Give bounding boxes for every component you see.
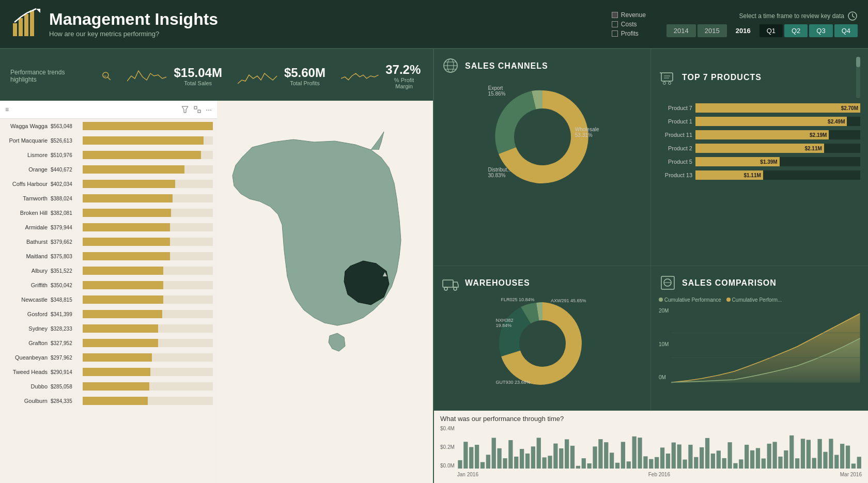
legend-revenue-box: [612, 12, 618, 18]
year-2015-button[interactable]: 2015: [698, 24, 727, 37]
table-row: Maitland $375,803: [0, 249, 217, 263]
table-row: Newcastle $348,815: [0, 292, 217, 307]
top-products-header: TOP 7 PRODUCTS: [659, 57, 860, 98]
svg-point-26: [454, 287, 457, 290]
product-bar-fill: $1.39M: [695, 157, 780, 166]
svg-point-18: [514, 108, 571, 165]
perf-time-title: What was our performance through time?: [440, 415, 862, 423]
warehouses-donut: AXW291 45.65% NXH38219.84% FLR025 10.84%…: [496, 297, 589, 390]
bar-background: [83, 281, 213, 289]
product-name: Product 5: [659, 159, 692, 165]
time-bar: [772, 442, 777, 469]
city-value: $327,952: [51, 340, 83, 346]
table-row: Orange $440,672: [0, 162, 217, 177]
time-bar: [626, 461, 630, 469]
time-bar: [851, 463, 856, 469]
time-bar: [481, 462, 485, 469]
time-bar: [840, 444, 844, 469]
bar-background: [83, 165, 213, 174]
time-bar: [475, 445, 479, 469]
title-group: Management Insights How are our key metr…: [49, 10, 612, 37]
time-bar: [733, 463, 737, 469]
bar-time-chart-svg: [457, 426, 862, 469]
bar-background: [83, 136, 213, 145]
city-name: Dubbo: [4, 383, 51, 389]
kpi-margin-value: 37.2%: [385, 63, 423, 77]
warehouses-section: WAREHOUSES: [434, 266, 651, 410]
expand-icon[interactable]: [193, 105, 202, 114]
bar-fill: [83, 194, 173, 202]
legend-revenue-label: Revenue: [621, 11, 646, 19]
time-bar: [491, 438, 495, 469]
q3-button[interactable]: Q3: [809, 24, 832, 37]
table-row: Griffith $350,042: [0, 278, 217, 292]
search-icon[interactable]: w: [101, 69, 112, 83]
table-row: Bathurst $379,662: [0, 235, 217, 249]
nxh382-label: NXH38219.84%: [496, 318, 514, 328]
distributor-label: Distribut... 30.83%: [488, 167, 512, 178]
city-value: $379,944: [51, 225, 83, 230]
q4-button[interactable]: Q4: [834, 24, 858, 37]
bar-chart-scroll[interactable]: Wagga Wagga $563,048 Port Macquarie $526…: [0, 119, 217, 483]
bar-background: [83, 122, 213, 130]
time-bar: [581, 458, 585, 469]
product-bar-fill: $2.19M: [695, 130, 829, 139]
comparison-icon: [659, 274, 677, 292]
svg-rect-2: [24, 14, 28, 36]
legend-profits: Profits: [612, 30, 646, 37]
sparkline-profits: [238, 66, 279, 86]
time-bar: [666, 454, 670, 469]
bar-fill: [83, 122, 213, 130]
time-bar: [823, 452, 827, 469]
bar-fill: [83, 295, 163, 304]
time-bar: [756, 448, 760, 469]
year-2016-button[interactable]: 2016: [729, 24, 758, 37]
more-icon[interactable]: ···: [206, 105, 212, 114]
time-bar: [508, 440, 513, 469]
legend-costs-label: Costs: [621, 21, 637, 28]
kpi-margin-text: 37.2% % Profit Margin: [385, 63, 423, 89]
svg-rect-19: [661, 73, 673, 81]
city-value: $382,081: [51, 210, 83, 216]
city-name: Wagga Wagga: [4, 123, 51, 129]
q1-button[interactable]: Q1: [760, 24, 783, 37]
bar-background: [83, 151, 213, 159]
city-value: $348,815: [51, 297, 83, 303]
wholesale-label: Wholesale 53.31%: [575, 127, 599, 138]
city-name: Queanbeyan: [4, 354, 51, 361]
timeframe-label: Select a time frame to review key data: [739, 11, 858, 21]
city-value: $351,522: [51, 268, 83, 274]
table-row: Lismore $510,976: [0, 148, 217, 162]
product-name: Product 13: [659, 172, 692, 178]
svg-rect-24: [443, 280, 453, 287]
svg-point-27: [519, 320, 566, 367]
svg-marker-9: [182, 106, 188, 113]
time-bar: [536, 438, 540, 469]
time-bar: [829, 439, 833, 469]
time-bar: [570, 446, 575, 469]
table-row: Grafton $327,952: [0, 336, 217, 350]
city-value: $297,962: [51, 355, 83, 361]
filter-icon[interactable]: [181, 105, 189, 114]
product-value: $2.49M: [828, 119, 845, 124]
app-title: Management Insights: [49, 10, 612, 28]
time-bar: [503, 458, 507, 469]
year-2014-button[interactable]: 2014: [667, 24, 696, 37]
bar-fill: [83, 136, 204, 145]
legend-cumulative2: Cumulative Perform...: [726, 297, 782, 303]
time-bar: [548, 456, 552, 469]
time-bar: [812, 458, 816, 469]
time-bar: [458, 460, 462, 469]
time-bar: [638, 438, 642, 469]
time-bar: [722, 458, 726, 469]
time-bar: [520, 449, 524, 469]
time-bar: [846, 446, 850, 469]
bar-fill: [83, 324, 158, 333]
q2-button[interactable]: Q2: [784, 24, 808, 37]
kpi-sales-value: $15.04M: [174, 66, 222, 80]
year-quarter-buttons: 2014 2015 2016 Q1 Q2 Q3 Q4: [667, 24, 858, 37]
time-bar: [784, 450, 788, 469]
sales-comparison-header: SALES COMPARISON: [659, 274, 860, 292]
product-bar-bg: $2.11M: [695, 144, 860, 153]
time-bar: [643, 456, 647, 469]
